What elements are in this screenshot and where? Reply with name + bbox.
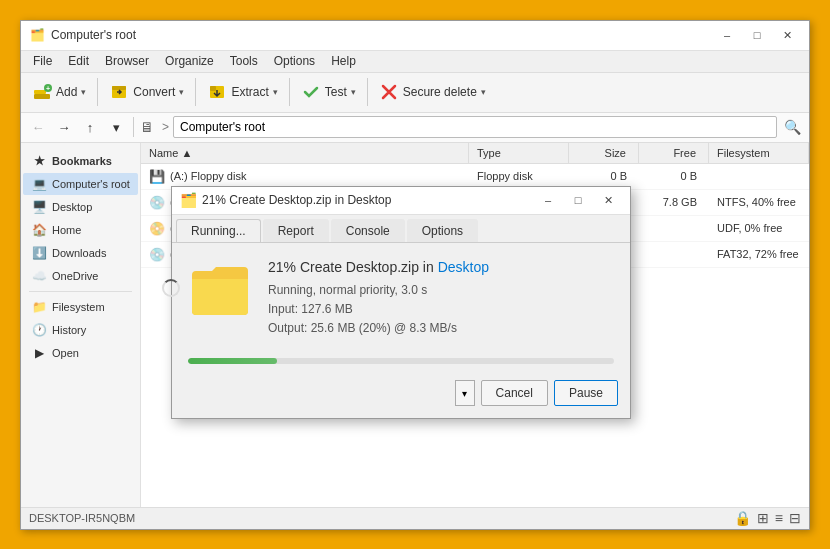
progress-bar-container	[188, 358, 614, 364]
dropdown-button[interactable]: ▾	[455, 380, 475, 406]
dialog-tabs: Running... Report Console Options	[172, 215, 630, 243]
tab-running[interactable]: Running...	[176, 219, 261, 242]
dialog-icon-area	[188, 259, 252, 323]
folder-icon	[188, 259, 252, 323]
progress-spinner	[162, 279, 180, 297]
dialog-info: 21% Create Desktop.zip in Desktop Runnin…	[268, 259, 614, 339]
dialog-maximize-button[interactable]: □	[564, 190, 592, 210]
dialog-controls: – □ ✕	[534, 190, 622, 210]
dialog-body: 21% Create Desktop.zip in Desktop Runnin…	[172, 243, 630, 355]
progress-dialog: 🗂️ 21% Create Desktop.zip in Desktop – □…	[171, 186, 631, 420]
progress-bar-fill	[188, 358, 277, 364]
dialog-title-bar: 🗂️ 21% Create Desktop.zip in Desktop – □…	[172, 187, 630, 215]
dialog-minimize-button[interactable]: –	[534, 190, 562, 210]
tab-options[interactable]: Options	[407, 219, 478, 242]
dialog-icon: 🗂️	[180, 192, 196, 208]
cancel-button[interactable]: Cancel	[481, 380, 548, 406]
dialog-detail-line3: Output: 25.6 MB (20%) @ 8.3 MB/s	[268, 319, 614, 338]
dialog-overlay: 🗂️ 21% Create Desktop.zip in Desktop – □…	[21, 21, 809, 529]
dialog-main-title: 21% Create Desktop.zip in Desktop	[268, 259, 614, 275]
tab-console[interactable]: Console	[331, 219, 405, 242]
pause-button[interactable]: Pause	[554, 380, 618, 406]
dialog-close-button[interactable]: ✕	[594, 190, 622, 210]
dialog-title: 21% Create Desktop.zip in Desktop	[202, 193, 534, 207]
dialog-footer: ▾ Cancel Pause	[172, 376, 630, 418]
tab-report[interactable]: Report	[263, 219, 329, 242]
dialog-detail-line2: Input: 127.6 MB	[268, 300, 614, 319]
dialog-detail-line1: Running, normal priority, 3.0 s	[268, 281, 614, 300]
